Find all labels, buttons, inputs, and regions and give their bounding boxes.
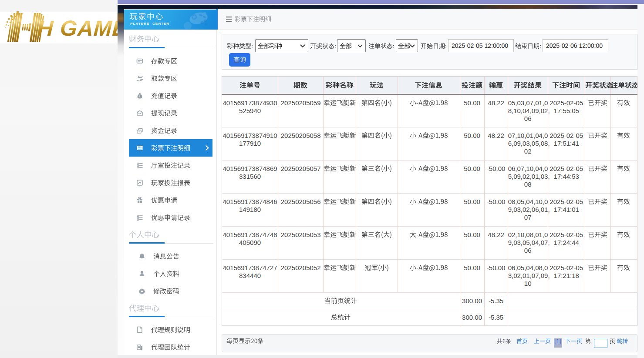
svg-text:H GAME: H GAME [38,16,118,40]
